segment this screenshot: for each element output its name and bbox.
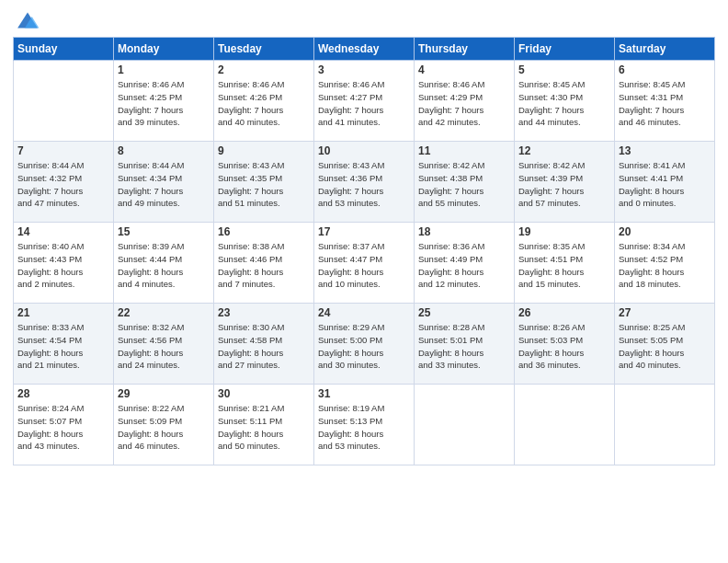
calendar-cell: 30Sunrise: 8:21 AM Sunset: 5:11 PM Dayli… [214, 385, 314, 465]
calendar-week-3: 14Sunrise: 8:40 AM Sunset: 4:43 PM Dayli… [14, 223, 715, 304]
day-number: 5 [518, 63, 610, 76]
calendar-cell: 15Sunrise: 8:39 AM Sunset: 4:44 PM Dayli… [114, 223, 214, 304]
day-number: 11 [418, 144, 510, 157]
day-number: 26 [518, 306, 610, 319]
day-number: 19 [518, 225, 610, 238]
calendar-cell: 11Sunrise: 8:42 AM Sunset: 4:38 PM Dayli… [415, 142, 515, 223]
day-number: 25 [418, 306, 510, 319]
cell-info: Sunrise: 8:19 AM Sunset: 5:13 PM Dayligh… [318, 402, 410, 453]
cell-info: Sunrise: 8:33 AM Sunset: 4:54 PM Dayligh… [17, 321, 109, 372]
cell-info: Sunrise: 8:28 AM Sunset: 5:01 PM Dayligh… [418, 321, 510, 372]
cell-info: Sunrise: 8:40 AM Sunset: 4:43 PM Dayligh… [17, 240, 109, 291]
calendar-cell: 29Sunrise: 8:22 AM Sunset: 5:09 PM Dayli… [114, 385, 214, 465]
calendar-week-5: 28Sunrise: 8:24 AM Sunset: 5:07 PM Dayli… [14, 385, 715, 465]
col-header-sunday: Sunday [14, 38, 114, 61]
day-number: 15 [118, 225, 210, 238]
cell-info: Sunrise: 8:42 AM Sunset: 4:38 PM Dayligh… [418, 159, 510, 210]
day-number: 3 [318, 63, 410, 76]
day-number: 1 [118, 63, 210, 76]
cell-info: Sunrise: 8:29 AM Sunset: 5:00 PM Dayligh… [318, 321, 410, 372]
calendar-cell: 20Sunrise: 8:34 AM Sunset: 4:52 PM Dayli… [615, 223, 715, 304]
calendar-cell: 18Sunrise: 8:36 AM Sunset: 4:49 PM Dayli… [415, 223, 515, 304]
cell-info: Sunrise: 8:34 AM Sunset: 4:52 PM Dayligh… [619, 240, 711, 291]
calendar-cell: 31Sunrise: 8:19 AM Sunset: 5:13 PM Dayli… [314, 385, 415, 465]
day-number: 28 [17, 387, 109, 400]
logo [13, 9, 40, 31]
calendar-cell: 1Sunrise: 8:46 AM Sunset: 4:25 PM Daylig… [114, 61, 214, 142]
calendar-cell: 26Sunrise: 8:26 AM Sunset: 5:03 PM Dayli… [515, 304, 615, 385]
day-number: 4 [418, 63, 510, 76]
day-number: 20 [619, 225, 711, 238]
day-number: 12 [518, 144, 610, 157]
calendar-cell: 24Sunrise: 8:29 AM Sunset: 5:00 PM Dayli… [314, 304, 415, 385]
calendar-page: SundayMondayTuesdayWednesdayThursdayFrid… [0, 0, 728, 563]
cell-info: Sunrise: 8:44 AM Sunset: 4:34 PM Dayligh… [118, 159, 210, 210]
col-header-friday: Friday [515, 38, 615, 61]
cell-info: Sunrise: 8:46 AM Sunset: 4:25 PM Dayligh… [118, 78, 210, 129]
cell-info: Sunrise: 8:21 AM Sunset: 5:11 PM Dayligh… [218, 402, 310, 453]
day-number: 24 [318, 306, 410, 319]
col-header-saturday: Saturday [615, 38, 715, 61]
day-number: 21 [17, 306, 109, 319]
day-number: 31 [318, 387, 410, 400]
calendar-cell: 23Sunrise: 8:30 AM Sunset: 4:58 PM Dayli… [214, 304, 314, 385]
calendar-cell: 2Sunrise: 8:46 AM Sunset: 4:26 PM Daylig… [214, 61, 314, 142]
day-number: 9 [218, 144, 310, 157]
cell-info: Sunrise: 8:25 AM Sunset: 5:05 PM Dayligh… [619, 321, 711, 372]
col-header-thursday: Thursday [415, 38, 515, 61]
day-number: 17 [318, 225, 410, 238]
calendar-cell: 14Sunrise: 8:40 AM Sunset: 4:43 PM Dayli… [14, 223, 114, 304]
calendar-cell: 28Sunrise: 8:24 AM Sunset: 5:07 PM Dayli… [14, 385, 114, 465]
cell-info: Sunrise: 8:32 AM Sunset: 4:56 PM Dayligh… [118, 321, 210, 372]
day-number: 29 [118, 387, 210, 400]
col-header-tuesday: Tuesday [214, 38, 314, 61]
day-number: 16 [218, 225, 310, 238]
calendar-cell: 4Sunrise: 8:46 AM Sunset: 4:29 PM Daylig… [415, 61, 515, 142]
cell-info: Sunrise: 8:24 AM Sunset: 5:07 PM Dayligh… [17, 402, 109, 453]
cell-info: Sunrise: 8:41 AM Sunset: 4:41 PM Dayligh… [619, 159, 711, 210]
cell-info: Sunrise: 8:36 AM Sunset: 4:49 PM Dayligh… [418, 240, 510, 291]
header-row: SundayMondayTuesdayWednesdayThursdayFrid… [14, 38, 715, 61]
day-number: 30 [218, 387, 310, 400]
col-header-monday: Monday [114, 38, 214, 61]
calendar-cell: 13Sunrise: 8:41 AM Sunset: 4:41 PM Dayli… [615, 142, 715, 223]
cell-info: Sunrise: 8:45 AM Sunset: 4:31 PM Dayligh… [619, 78, 711, 129]
page-header [13, 9, 715, 31]
calendar-cell: 27Sunrise: 8:25 AM Sunset: 5:05 PM Dayli… [615, 304, 715, 385]
day-number: 8 [118, 144, 210, 157]
calendar-cell [415, 385, 515, 465]
cell-info: Sunrise: 8:39 AM Sunset: 4:44 PM Dayligh… [118, 240, 210, 291]
calendar-cell: 12Sunrise: 8:42 AM Sunset: 4:39 PM Dayli… [515, 142, 615, 223]
calendar-cell [14, 61, 114, 142]
col-header-wednesday: Wednesday [314, 38, 415, 61]
cell-info: Sunrise: 8:26 AM Sunset: 5:03 PM Dayligh… [518, 321, 610, 372]
cell-info: Sunrise: 8:44 AM Sunset: 4:32 PM Dayligh… [17, 159, 109, 210]
cell-info: Sunrise: 8:43 AM Sunset: 4:36 PM Dayligh… [318, 159, 410, 210]
day-number: 6 [619, 63, 711, 76]
calendar-table: SundayMondayTuesdayWednesdayThursdayFrid… [13, 37, 715, 465]
calendar-cell: 17Sunrise: 8:37 AM Sunset: 4:47 PM Dayli… [314, 223, 415, 304]
calendar-cell: 16Sunrise: 8:38 AM Sunset: 4:46 PM Dayli… [214, 223, 314, 304]
calendar-cell: 25Sunrise: 8:28 AM Sunset: 5:01 PM Dayli… [415, 304, 515, 385]
cell-info: Sunrise: 8:43 AM Sunset: 4:35 PM Dayligh… [218, 159, 310, 210]
day-number: 14 [17, 225, 109, 238]
calendar-cell: 3Sunrise: 8:46 AM Sunset: 4:27 PM Daylig… [314, 61, 415, 142]
calendar-cell: 6Sunrise: 8:45 AM Sunset: 4:31 PM Daylig… [615, 61, 715, 142]
day-number: 23 [218, 306, 310, 319]
day-number: 13 [619, 144, 711, 157]
calendar-week-2: 7Sunrise: 8:44 AM Sunset: 4:32 PM Daylig… [14, 142, 715, 223]
cell-info: Sunrise: 8:42 AM Sunset: 4:39 PM Dayligh… [518, 159, 610, 210]
day-number: 22 [118, 306, 210, 319]
day-number: 27 [619, 306, 711, 319]
cell-info: Sunrise: 8:38 AM Sunset: 4:46 PM Dayligh… [218, 240, 310, 291]
day-number: 2 [218, 63, 310, 76]
calendar-cell: 9Sunrise: 8:43 AM Sunset: 4:35 PM Daylig… [214, 142, 314, 223]
cell-info: Sunrise: 8:46 AM Sunset: 4:26 PM Dayligh… [218, 78, 310, 129]
calendar-cell: 8Sunrise: 8:44 AM Sunset: 4:34 PM Daylig… [114, 142, 214, 223]
day-number: 10 [318, 144, 410, 157]
calendar-cell: 22Sunrise: 8:32 AM Sunset: 4:56 PM Dayli… [114, 304, 214, 385]
calendar-week-1: 1Sunrise: 8:46 AM Sunset: 4:25 PM Daylig… [14, 61, 715, 142]
cell-info: Sunrise: 8:45 AM Sunset: 4:30 PM Dayligh… [518, 78, 610, 129]
calendar-cell: 21Sunrise: 8:33 AM Sunset: 4:54 PM Dayli… [14, 304, 114, 385]
cell-info: Sunrise: 8:37 AM Sunset: 4:47 PM Dayligh… [318, 240, 410, 291]
